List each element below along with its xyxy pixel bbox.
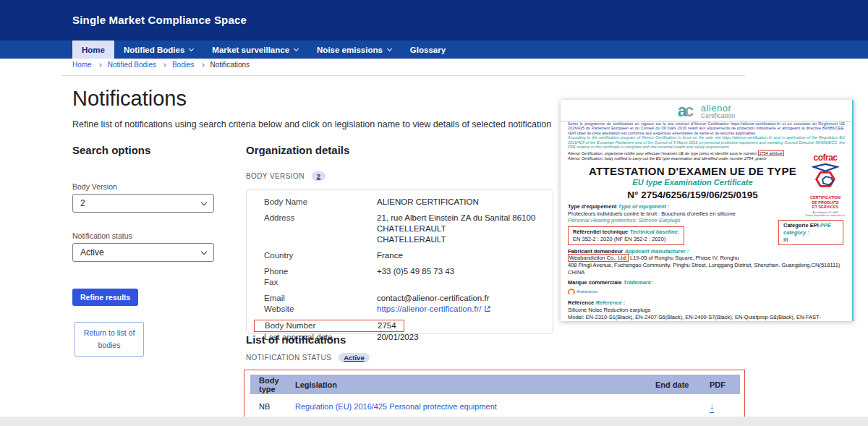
- reference-models: Model: EN-2310-S1(Black), EN-2407-S6(Bla…: [568, 314, 845, 321]
- chevron-down-icon: [201, 248, 207, 254]
- notifications-table: Body type Legislation End date PDF NB Re…: [250, 375, 740, 418]
- technical-baseline-annotation-box: Référentiel technique Technical baseline…: [568, 226, 684, 245]
- notifications-table-annotation-box: Body type Legislation End date PDF NB Re…: [244, 370, 745, 421]
- breadcrumb-bodies[interactable]: Bodies: [172, 61, 195, 69]
- screenshot-root: Single Market Compliance Space Home Noti…: [0, 0, 868, 426]
- ppe-category-value: III: [783, 237, 838, 244]
- cofrac-logo: cofrac CERTIFICATION DE PRODUITS ET SERV…: [804, 153, 846, 218]
- alienor-logo-icon: ac: [678, 101, 692, 120]
- certificate-top-rule: [561, 121, 854, 122]
- cell-body-type: NB: [259, 402, 295, 411]
- organization-details-heading: Organization details: [246, 144, 553, 156]
- manufacturer-block: Fabricant demandeur Applicant manufactur…: [568, 248, 845, 276]
- address-value-line2: CHATELLERAULT: [377, 234, 446, 245]
- technical-baseline-value: EN 352-2 : 2020 (NF EN 352-2 : 2020): [573, 236, 679, 243]
- org-body-version-badge[interactable]: 2: [312, 171, 326, 181]
- certificate-number-highlight: 2754 attribué: [758, 150, 784, 156]
- header-end-date: End date: [655, 380, 710, 389]
- notification-status-value: Active: [80, 247, 104, 257]
- page-subtitle: Refine list of notifications using searc…: [72, 119, 551, 129]
- list-of-notifications-section: List of notifications NOTIFICATION STATU…: [246, 333, 747, 421]
- notification-status-badge[interactable]: Active: [339, 353, 370, 362]
- tab-notified-bodies[interactable]: Notified Bodies: [114, 41, 203, 59]
- tab-glossary[interactable]: Glossary: [401, 41, 455, 59]
- notification-status-select[interactable]: Active: [72, 243, 214, 262]
- return-to-bodies-button[interactable]: Return to list of bodies: [75, 322, 144, 357]
- tab-noise-emissions-label: Noise emissions: [317, 46, 383, 54]
- tab-noise-emissions[interactable]: Noise emissions: [307, 41, 401, 59]
- body-number-value: 2754: [378, 320, 396, 331]
- manufacturer-address-line2: 408 Pingji Avenue, Fuchengao Community, …: [568, 262, 845, 269]
- chevron-right-icon: [200, 63, 205, 67]
- search-options-heading: Search options: [72, 144, 214, 156]
- equipment-type-value-fr: Protecteurs individuels contre le bruit …: [568, 210, 845, 218]
- body-version-value: 2: [80, 198, 85, 208]
- external-link-icon: [484, 305, 491, 312]
- reference-line1: Silicone Noise Reduction earplugs: [568, 307, 845, 314]
- chevron-down-icon: [201, 199, 207, 205]
- certificate-notified-line-en: Alienor Certification, body notified to …: [568, 156, 845, 161]
- body-version-label: Body Version: [72, 182, 214, 191]
- trademark-block: Marque commerciale Trademark: Weabandict…: [568, 279, 845, 297]
- page-title: Notifications: [72, 87, 187, 111]
- chevron-right-icon: [98, 63, 102, 67]
- download-pdf-icon[interactable]: ↓: [710, 401, 714, 413]
- certificate-intro-fr: Selon le programme de certification en v…: [568, 122, 845, 135]
- alienor-logo-name: alienor: [701, 103, 736, 113]
- certificate-title-en: EU type Examination Certificate: [568, 178, 817, 187]
- breadcrumb-divider: [61, 75, 745, 76]
- country-value: France: [377, 250, 403, 261]
- tab-glossary-label: Glossary: [410, 46, 446, 54]
- tab-notified-bodies-label: Notified Bodies: [124, 46, 184, 54]
- notifications-table-header: Body type Legislation End date PDF: [250, 375, 740, 394]
- refine-results-button[interactable]: Refine results: [72, 289, 138, 306]
- breadcrumb-home[interactable]: Home: [72, 61, 92, 69]
- reference-block: Référence Reference : Silicone Noise Red…: [568, 299, 845, 321]
- org-body-version-label: BODY VERSION: [246, 172, 305, 180]
- tab-home[interactable]: Home: [72, 41, 114, 59]
- legislation-link[interactable]: Regulation (EU) 2016/425 Personal protec…: [295, 402, 497, 411]
- email-value: contact@alienor-certification.fr: [377, 293, 490, 304]
- chevron-right-icon: [162, 63, 166, 67]
- cofrac-hexagon-icon: [812, 163, 839, 192]
- search-options-panel: Search options Body Version 2 Notificati…: [72, 144, 214, 357]
- main-nav: Home Notified Bodies Market surveillance…: [0, 41, 868, 59]
- alienor-certification-logo: ac alienor Certification: [568, 101, 845, 122]
- weabandiction-logo-icon: [568, 289, 575, 296]
- chevron-down-icon: [294, 46, 299, 51]
- weabandiction-logo-text: Weabandiction: [576, 290, 598, 294]
- page-bottom-margin: [0, 417, 868, 426]
- body-version-select[interactable]: 2: [72, 194, 214, 213]
- organization-details-section: Organization details BODY VERSION 2 Body…: [246, 144, 553, 334]
- app-title: Single Market Compliance Space: [72, 14, 247, 26]
- chevron-down-icon: [189, 46, 194, 51]
- certificate-title-fr: ATTESTATION D'EXAMEN UE DE TYPE: [568, 165, 817, 177]
- chevron-down-icon: [387, 46, 392, 51]
- header-legislation: Legislation: [295, 380, 655, 389]
- organization-details-panel: Body Name ALIENOR CERTIFICATION Address …: [246, 189, 553, 334]
- table-row: NB Regulation (EU) 2016/425 Personal pro…: [250, 394, 740, 418]
- cofrac-logo-text: cofrac: [804, 153, 846, 163]
- body-name-value: ALIENOR CERTIFICATION: [377, 197, 479, 208]
- tab-market-surveillance-label: Market surveillance: [212, 46, 289, 54]
- list-of-notifications-heading: List of notifications: [246, 333, 747, 346]
- country-label: Country: [264, 250, 377, 261]
- tab-home-label: Home: [82, 46, 105, 54]
- notification-status-caps-label: NOTIFICATION STATUS: [246, 354, 331, 362]
- address-label: Address: [264, 213, 377, 234]
- notification-status-label: Notification status: [72, 231, 214, 240]
- body-number-annotation-box: Body Number 2754: [254, 320, 404, 332]
- fax-label: Fax: [264, 277, 377, 288]
- header-body-type: Body type: [259, 376, 295, 393]
- breadcrumb-notified-bodies[interactable]: Notified Bodies: [108, 61, 156, 69]
- body-name-label: Body Name: [264, 197, 377, 208]
- certificate-intro-en: According to the certification program o…: [568, 135, 845, 149]
- website-label: Website: [264, 304, 377, 315]
- certificate-number: N° 2754/6256/159/06/25/0195: [568, 189, 817, 200]
- tab-market-surveillance[interactable]: Market surveillance: [203, 41, 307, 59]
- breadcrumb-notifications: Notifications: [210, 61, 250, 69]
- phone-label: Phone: [264, 266, 377, 277]
- email-label: Email: [264, 293, 377, 304]
- website-link[interactable]: https://alienor-certification.fr/: [377, 304, 481, 315]
- certificate-notified-line-fr: Alienor Certification, organisme notifié…: [568, 151, 845, 156]
